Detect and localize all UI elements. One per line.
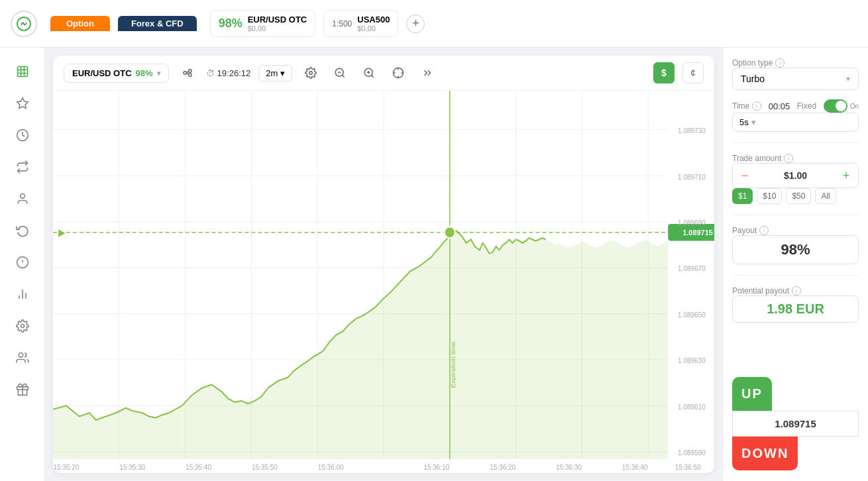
potential-payout-value: 1.98 EUR bbox=[732, 295, 859, 323]
fixed-toggle[interactable]: On bbox=[824, 99, 859, 113]
chart-canvas: 1.089715 1.089730 1.089710 1.089690 1.08… bbox=[53, 91, 714, 473]
tab-forex[interactable]: Forex & CFD bbox=[118, 16, 197, 31]
logo bbox=[11, 11, 37, 37]
amount-value: $1.00 bbox=[757, 170, 834, 181]
svg-text:15:36:30: 15:36:30 bbox=[556, 463, 582, 470]
svg-text:Expiration time: Expiration time bbox=[449, 341, 457, 388]
svg-text:1.089670: 1.089670 bbox=[678, 265, 706, 272]
instrument-usa500[interactable]: 1:500 USA500 $0,00 bbox=[323, 10, 398, 37]
sidebar-icon-person[interactable] bbox=[9, 186, 36, 212]
sidebar-icon-bar-chart[interactable] bbox=[9, 281, 36, 307]
trade-amount-label: Trade amount i bbox=[732, 154, 859, 163]
svg-point-15 bbox=[184, 72, 187, 75]
sidebar-icon-gift[interactable] bbox=[9, 376, 36, 403]
option-type-chevron: ▾ bbox=[846, 74, 850, 83]
svg-text:15:36:50: 15:36:50 bbox=[675, 463, 701, 470]
svg-line-19 bbox=[186, 73, 188, 74]
quick-amt-all[interactable]: All bbox=[815, 188, 836, 204]
option-type-info-icon[interactable]: i bbox=[775, 58, 785, 68]
right-panel: Option type i Turbo ▾ Time i 00:05 Fixed bbox=[722, 48, 868, 481]
instrument-selector[interactable]: EUR/USD OTC 98% ▾ bbox=[64, 64, 169, 83]
eurusd-name: EUR/USD OTC bbox=[248, 15, 307, 25]
time-period-value: 5s bbox=[739, 117, 749, 127]
zoom-in-button[interactable] bbox=[358, 62, 380, 83]
add-instrument-button[interactable]: + bbox=[406, 15, 425, 33]
usa500-multiplier: 1:500 bbox=[332, 19, 352, 28]
trade-buttons: UP 1.089715 DOWN bbox=[732, 377, 859, 470]
chart-toolbar: EUR/USD OTC 98% ▾ ⏱ 19:26:12 2m ▾ bbox=[53, 56, 714, 91]
svg-point-52 bbox=[445, 227, 455, 238]
payout-info-icon[interactable]: i bbox=[759, 226, 769, 235]
sidebar-icon-arrows[interactable] bbox=[9, 154, 36, 180]
toggle-switch[interactable] bbox=[824, 99, 847, 113]
time-value: 19:26:12 bbox=[217, 68, 251, 78]
potential-payout-label: Potential payout i bbox=[732, 286, 859, 295]
svg-line-25 bbox=[372, 75, 374, 77]
svg-text:1.089610: 1.089610 bbox=[678, 403, 706, 411]
quick-amounts: $1 $10 $50 All bbox=[732, 188, 859, 204]
svg-point-20 bbox=[309, 72, 313, 75]
svg-text:1.089650: 1.089650 bbox=[678, 311, 706, 319]
timeframe-chevron: ▾ bbox=[280, 68, 285, 78]
quick-amt-50[interactable]: $50 bbox=[786, 188, 811, 204]
cent-button[interactable]: ¢ bbox=[682, 62, 704, 83]
down-button[interactable]: DOWN bbox=[732, 437, 798, 470]
option-type-selector[interactable]: Turbo ▾ bbox=[732, 68, 859, 90]
zoom-out-button[interactable] bbox=[329, 62, 351, 83]
trade-amount-info-icon[interactable]: i bbox=[784, 154, 793, 163]
svg-rect-1 bbox=[17, 67, 27, 77]
dollar-button[interactable]: $ bbox=[653, 62, 675, 83]
up-button[interactable]: UP bbox=[732, 377, 772, 411]
amount-control: − $1.00 + bbox=[732, 163, 859, 188]
sidebar-icon-users[interactable] bbox=[9, 345, 36, 371]
eurusd-pct: 98% bbox=[219, 17, 243, 30]
svg-text:15:35:40: 15:35:40 bbox=[186, 463, 211, 470]
sidebar-icon-info[interactable] bbox=[9, 249, 36, 276]
usa500-price: $0,00 bbox=[357, 25, 390, 32]
svg-text:15:35:50: 15:35:50 bbox=[252, 463, 278, 470]
indicators-button[interactable] bbox=[177, 62, 198, 83]
time-period-chevron: ▾ bbox=[751, 117, 756, 127]
top-nav: Option Forex & CFD 98% EUR/USD OTC $0,00… bbox=[0, 0, 868, 48]
toggle-knob bbox=[836, 101, 846, 111]
chart-svg: 1.089715 1.089730 1.089710 1.089690 1.08… bbox=[53, 91, 714, 473]
more-tools-button[interactable] bbox=[417, 62, 438, 83]
clock-icon: ⏱ bbox=[206, 68, 215, 78]
amount-decrease-button[interactable]: − bbox=[733, 164, 757, 187]
svg-text:15:35:20: 15:35:20 bbox=[54, 463, 80, 470]
quick-amt-1[interactable]: $1 bbox=[732, 188, 753, 204]
chart-area: EUR/USD OTC 98% ▾ ⏱ 19:26:12 2m ▾ bbox=[53, 56, 714, 473]
svg-point-12 bbox=[19, 353, 23, 358]
crosshair-button[interactable] bbox=[388, 62, 409, 83]
svg-line-22 bbox=[343, 75, 345, 77]
chevron-down-icon: ▾ bbox=[157, 70, 160, 77]
sidebar-icon-history[interactable] bbox=[9, 217, 36, 244]
sidebar-icon-clock[interactable] bbox=[9, 122, 36, 148]
sidebar-icon-settings[interactable] bbox=[9, 313, 36, 339]
timeframe-selector[interactable]: 2m ▾ bbox=[258, 65, 292, 81]
svg-text:15:36:20: 15:36:20 bbox=[490, 463, 515, 470]
time-info-icon[interactable]: i bbox=[752, 101, 761, 111]
instrument-eurusd[interactable]: 98% EUR/USD OTC $0,00 bbox=[210, 10, 316, 37]
divider-3 bbox=[732, 275, 859, 276]
svg-text:1.089715: 1.089715 bbox=[682, 229, 713, 237]
time-period-selector[interactable]: 5s ▾ bbox=[732, 113, 859, 132]
trade-amount-section: Trade amount i − $1.00 + $1 $10 $50 All bbox=[732, 154, 859, 204]
svg-text:15:36:10: 15:36:10 bbox=[423, 463, 449, 470]
main-layout: EUR/USD OTC 98% ▾ ⏱ 19:26:12 2m ▾ bbox=[0, 48, 868, 481]
option-type-section: Option type i Turbo ▾ bbox=[732, 58, 859, 90]
svg-text:1.089690: 1.089690 bbox=[678, 219, 706, 227]
svg-marker-2 bbox=[17, 98, 28, 109]
payout-value: 98% bbox=[732, 235, 859, 264]
chart-settings-button[interactable] bbox=[300, 62, 321, 83]
svg-text:1.089590: 1.089590 bbox=[678, 449, 706, 456]
quick-amt-10[interactable]: $10 bbox=[757, 188, 782, 204]
payout-section: Payout i 98% bbox=[732, 226, 859, 264]
sidebar-icon-star[interactable] bbox=[9, 90, 36, 117]
tab-option[interactable]: Option bbox=[50, 16, 110, 31]
fixed-label: Fixed bbox=[797, 101, 816, 111]
sidebar-icon-chart[interactable] bbox=[9, 58, 36, 85]
potential-payout-info-icon[interactable]: i bbox=[792, 286, 801, 295]
time-section: Time i 00:05 Fixed On 5s ▾ bbox=[732, 99, 859, 132]
amount-increase-button[interactable]: + bbox=[834, 164, 858, 187]
